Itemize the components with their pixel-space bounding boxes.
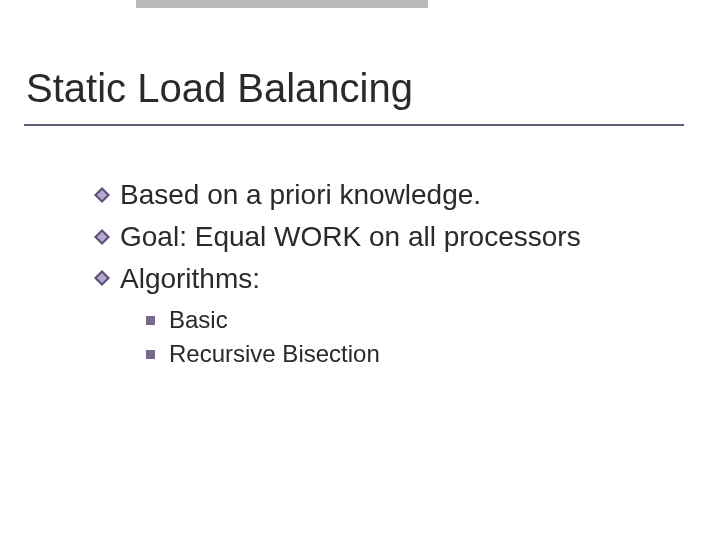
body-area: Based on a priori knowledge. Goal: Equal… (94, 176, 684, 301)
square-bullet-icon (146, 316, 155, 325)
bullet-item: Algorithms: (94, 260, 684, 298)
sub-bullet-area: Basic Recursive Bisection (146, 306, 380, 374)
bullet-item: Based on a priori knowledge. (94, 176, 684, 214)
bullet-text: Goal: Equal WORK on all processors (120, 218, 581, 256)
diamond-bullet-icon (94, 187, 110, 203)
sub-bullet-text: Basic (169, 306, 228, 334)
slide-title: Static Load Balancing (26, 66, 413, 110)
bullet-item: Goal: Equal WORK on all processors (94, 218, 684, 256)
sub-bullet-item: Recursive Bisection (146, 340, 380, 368)
sub-bullet-item: Basic (146, 306, 380, 334)
bullet-text: Based on a priori knowledge. (120, 176, 481, 214)
square-bullet-icon (146, 350, 155, 359)
diamond-bullet-icon (94, 229, 110, 245)
diamond-bullet-icon (94, 270, 110, 286)
title-underline (24, 124, 684, 126)
bullet-text: Algorithms: (120, 260, 260, 298)
title-area: Static Load Balancing (26, 66, 413, 111)
slide: Static Load Balancing Based on a priori … (0, 0, 720, 540)
sub-bullet-text: Recursive Bisection (169, 340, 380, 368)
